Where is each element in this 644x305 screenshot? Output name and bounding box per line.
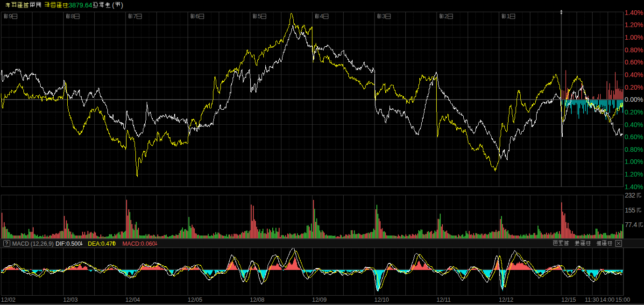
svg-text:12/12: 12/12 — [499, 297, 513, 303]
svg-text:3879.64: 3879.64 — [69, 1, 92, 9]
svg-text:1.20%: 1.20% — [625, 21, 644, 28]
svg-text:1.20%: 1.20% — [625, 170, 644, 178]
svg-text:1: 1 — [507, 13, 510, 20]
svg-text:12/03: 12/03 — [63, 297, 78, 303]
svg-text:12/09: 12/09 — [312, 297, 326, 303]
svg-text:5: 5 — [632, 206, 636, 214]
svg-text:12/10: 12/10 — [375, 297, 389, 303]
svg-text:DEA:0.470: DEA:0.470 — [88, 241, 116, 247]
svg-text:1.00%: 1.00% — [625, 34, 644, 41]
svg-text:0.40%: 0.40% — [625, 71, 644, 78]
svg-text:0.20%: 0.20% — [625, 84, 644, 91]
svg-text:(: ( — [112, 1, 114, 9]
svg-text:0.20%: 0.20% — [625, 108, 644, 116]
svg-text:1.40%: 1.40% — [625, 183, 644, 191]
svg-text:0.60%: 0.60% — [625, 58, 644, 66]
svg-text:1.40%: 1.40% — [625, 9, 644, 16]
svg-text:12/11: 12/11 — [437, 297, 451, 303]
svg-text:): ) — [121, 1, 123, 9]
svg-text:12/08: 12/08 — [250, 297, 264, 303]
svg-text:4: 4 — [634, 221, 637, 228]
svg-text:9: 9 — [9, 13, 12, 20]
svg-text:7: 7 — [133, 13, 136, 20]
svg-text:MACD:0.060: MACD:0.060 — [122, 241, 156, 247]
svg-text:14:00: 14:00 — [600, 297, 614, 303]
svg-text:0.60%: 0.60% — [625, 133, 644, 141]
svg-text:0.00%: 0.00% — [625, 96, 644, 103]
svg-text:5: 5 — [258, 13, 261, 20]
svg-text:15:00: 15:00 — [616, 297, 630, 303]
svg-text:8: 8 — [71, 13, 74, 20]
svg-text:DIF:0.500: DIF:0.500 — [56, 241, 81, 247]
svg-text:1.00%: 1.00% — [625, 158, 644, 165]
svg-text:0.80%: 0.80% — [625, 46, 644, 54]
svg-text:12/04: 12/04 — [126, 297, 140, 303]
svg-text:2: 2 — [632, 192, 636, 199]
svg-text:11:30: 11:30 — [585, 297, 599, 303]
svg-text:3: 3 — [382, 13, 385, 20]
svg-text:12/15: 12/15 — [561, 297, 576, 303]
svg-text:4: 4 — [320, 13, 323, 20]
svg-text:0.40%: 0.40% — [625, 121, 644, 128]
svg-text:2: 2 — [445, 13, 448, 20]
svg-text:12/02: 12/02 — [1, 297, 15, 303]
svg-text:12/05: 12/05 — [188, 297, 202, 303]
svg-text:0.80%: 0.80% — [625, 146, 644, 153]
svg-text:?: ? — [5, 241, 8, 246]
svg-text:MACD (12,26,9): MACD (12,26,9) — [12, 241, 54, 247]
svg-text:6: 6 — [196, 13, 199, 20]
